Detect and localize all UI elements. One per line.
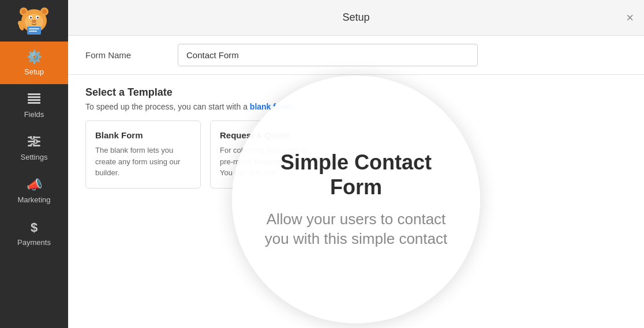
form-name-label: Form Name xyxy=(85,50,178,60)
form-name-input[interactable] xyxy=(178,44,478,66)
close-button[interactable]: × xyxy=(626,12,634,24)
quote-card-title: Request A Quote xyxy=(220,130,316,140)
sidebar-item-settings[interactable]: Settings xyxy=(0,127,68,169)
template-section-title: Select a Template xyxy=(85,86,627,99)
form-name-row: Form Name xyxy=(68,36,644,75)
svg-point-8 xyxy=(30,17,32,18)
template-section: Select a Template To speed up the proces… xyxy=(68,75,644,194)
svg-rect-23 xyxy=(38,102,40,104)
sidebar: ⚙️ Setup Fields xyxy=(0,0,68,328)
template-desc: To speed up the process, you can start w… xyxy=(85,102,627,111)
svg-rect-24 xyxy=(28,137,32,138)
svg-point-10 xyxy=(32,20,36,23)
svg-point-15 xyxy=(18,21,23,25)
fields-icon xyxy=(28,92,40,107)
blank-form-link[interactable]: blank form. xyxy=(250,102,293,111)
sidebar-item-marketing-label: Marketing xyxy=(17,195,50,204)
template-cards: Blank Form The blank form lets you creat… xyxy=(85,120,627,188)
top-bar: Setup × xyxy=(68,0,644,36)
settings-icon xyxy=(28,135,40,150)
svg-point-2 xyxy=(21,9,26,14)
blank-card-title: Blank Form xyxy=(95,130,191,140)
svg-rect-12 xyxy=(29,28,39,29)
sidebar-item-marketing[interactable]: 📣 Marketing xyxy=(0,169,68,212)
svg-point-4 xyxy=(42,9,47,14)
page-title: Setup xyxy=(342,12,369,24)
app-logo-icon xyxy=(17,5,51,37)
svg-rect-20 xyxy=(38,93,40,95)
sidebar-item-fields-label: Fields xyxy=(24,110,44,119)
svg-rect-13 xyxy=(29,31,37,32)
template-card-blank[interactable]: Blank Form The blank form lets you creat… xyxy=(85,120,201,188)
payments-icon: $ xyxy=(31,220,38,235)
sidebar-item-setup[interactable]: ⚙️ Setup xyxy=(0,42,68,84)
setup-icon: ⚙️ xyxy=(27,50,42,65)
svg-rect-30 xyxy=(28,145,32,146)
blank-card-desc: The blank form lets you create any form … xyxy=(95,145,191,179)
svg-rect-28 xyxy=(36,141,40,142)
svg-rect-21 xyxy=(38,96,40,98)
sidebar-item-setup-label: Setup xyxy=(24,67,44,76)
svg-point-26 xyxy=(31,136,34,139)
form-area: Form Name Select a Template To speed up … xyxy=(68,36,644,328)
sidebar-item-payments-label: Payments xyxy=(17,238,51,247)
sidebar-item-payments[interactable]: $ Payments xyxy=(0,212,68,255)
template-card-quote[interactable]: Request A Quote For collecting leads wit… xyxy=(210,120,325,188)
sidebar-item-settings-label: Settings xyxy=(21,153,48,161)
main-content: Setup × Form Name Select a Template To s… xyxy=(68,0,644,328)
quote-card-desc: For collecting leads with a pre-made Req… xyxy=(220,145,316,179)
sidebar-item-fields[interactable]: Fields xyxy=(0,84,68,127)
svg-rect-22 xyxy=(38,99,40,101)
svg-point-32 xyxy=(31,144,34,147)
svg-point-9 xyxy=(37,17,39,18)
marketing-icon: 📣 xyxy=(27,178,42,193)
